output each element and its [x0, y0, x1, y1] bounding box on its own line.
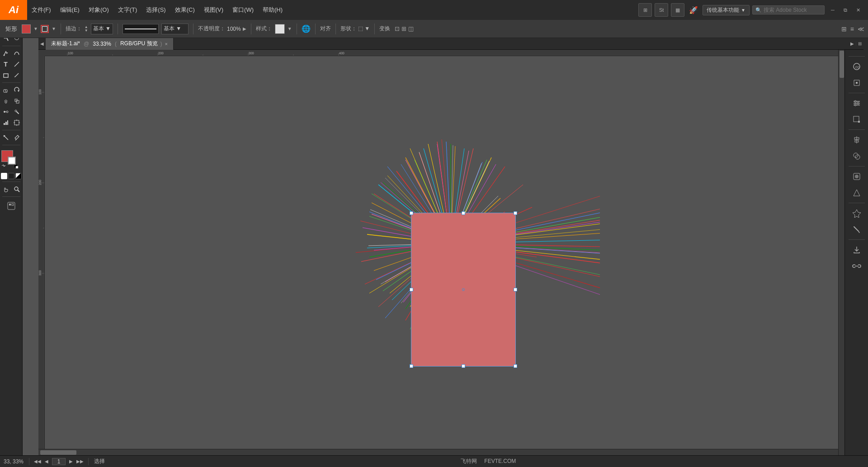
zoom-level[interactable]: 33, 33%: [0, 458, 27, 465]
blend-tool[interactable]: [1, 107, 11, 117]
handle-bottom-right[interactable]: [514, 364, 517, 368]
stroke-color-arrow[interactable]: ▼: [52, 26, 56, 31]
arrange-icon[interactable]: ⊞: [841, 25, 847, 33]
menu-text[interactable]: 文字(T): [113, 0, 142, 20]
column-graph-tool[interactable]: [1, 118, 11, 128]
artboard-tool[interactable]: [12, 118, 22, 128]
symbol-sprayer-tool[interactable]: [12, 107, 22, 117]
first-page-btn[interactable]: ◀◀: [34, 458, 41, 465]
rp-align-icon[interactable]: [849, 133, 864, 147]
menu-window[interactable]: 窗口(W): [228, 0, 258, 20]
gradient-color-btn[interactable]: [15, 173, 22, 179]
menu-select[interactable]: 选择(S): [142, 0, 170, 20]
menu-help[interactable]: 帮助(H): [258, 0, 287, 20]
align-label[interactable]: 对齐: [320, 25, 331, 33]
swap-colors-btn[interactable]: [1, 164, 6, 170]
rp-links-icon[interactable]: [849, 259, 864, 273]
tab-active[interactable]: 未标题-1.ai* @ 33.33% ( RGB/GPU 预览 ) ×: [46, 38, 174, 50]
prev-page-btn[interactable]: ◀: [43, 458, 50, 465]
shape-options-label[interactable]: 形状： ⬚ ▼: [340, 25, 370, 33]
menu-object[interactable]: 对象(O): [84, 0, 113, 20]
style-swatch[interactable]: [275, 24, 285, 34]
transform-icon1[interactable]: ⊡: [395, 25, 400, 32]
libraries-btn[interactable]: [6, 201, 16, 211]
rp-symbols-icon[interactable]: [849, 206, 864, 220]
handle-top-center[interactable]: [462, 211, 465, 215]
slice-tool[interactable]: [1, 133, 11, 143]
rectangle-tool[interactable]: [1, 70, 11, 80]
rp-cc-libraries-icon[interactable]: cc: [849, 59, 864, 74]
fill-color-arrow[interactable]: ▼: [33, 26, 38, 31]
rp-transform-icon[interactable]: [849, 112, 864, 127]
handle-bottom-left[interactable]: [410, 364, 413, 368]
cc-libraries-btn[interactable]: ⊞: [638, 3, 652, 17]
default-colors-btn[interactable]: [14, 164, 19, 170]
handle-top-right[interactable]: [514, 211, 517, 215]
pen-tool[interactable]: [1, 48, 11, 58]
tab-close-button[interactable]: ×: [165, 41, 168, 47]
eyedropper-tool[interactable]: [12, 133, 22, 143]
search-box[interactable]: 🔍: [752, 5, 825, 14]
stock-btn[interactable]: St: [655, 3, 668, 17]
vertical-scroll-thumb[interactable]: [840, 51, 844, 78]
black-color-btn[interactable]: [8, 173, 14, 179]
line-style-preview[interactable]: [123, 24, 159, 34]
vertical-scrollbar[interactable]: [838, 50, 844, 455]
search-input[interactable]: [764, 7, 818, 13]
tab-arrange-icon[interactable]: ⊞: [856, 41, 863, 46]
handle-middle-left[interactable]: [410, 288, 413, 291]
menu-effect[interactable]: 效果(C): [170, 0, 199, 20]
horizontal-scroll-thumb[interactable]: [40, 450, 76, 455]
close-button[interactable]: ✕: [853, 5, 863, 15]
rp-export-icon[interactable]: [849, 243, 864, 257]
menu-edit[interactable]: 编辑(E): [56, 0, 84, 20]
stroke-style-select[interactable]: 基本 ▼: [91, 24, 113, 34]
stroke-color-swatch[interactable]: [41, 25, 49, 33]
type-tool[interactable]: T: [1, 59, 11, 69]
tab-scroll-right[interactable]: ▶: [849, 41, 856, 46]
eraser-tool[interactable]: [1, 85, 11, 95]
rp-graphic-styles-icon[interactable]: [849, 186, 864, 200]
rp-cc2-icon[interactable]: [849, 76, 864, 90]
selected-rectangle[interactable]: [411, 213, 516, 367]
pencil-tool[interactable]: [12, 70, 22, 80]
fill-color-swatch[interactable]: [22, 24, 31, 33]
transform-icon3[interactable]: ◫: [408, 25, 414, 32]
curvature-tool[interactable]: [12, 48, 22, 58]
next-page-btn[interactable]: ▶: [67, 458, 75, 465]
page-number-input[interactable]: [52, 458, 66, 465]
zoom-tool[interactable]: [12, 184, 22, 194]
menu-file[interactable]: 文件(F): [27, 0, 56, 20]
handle-top-left[interactable]: [410, 211, 413, 215]
hand-tool[interactable]: [1, 184, 11, 194]
last-page-btn[interactable]: ▶▶: [76, 458, 84, 465]
stroke-spinner[interactable]: ▲▼: [85, 25, 88, 33]
rotate-tool[interactable]: [12, 85, 22, 95]
transform-icon2[interactable]: ⊞: [401, 25, 406, 32]
handle-bottom-center[interactable]: [462, 364, 465, 368]
rp-pathfinder-icon[interactable]: [849, 149, 864, 163]
toolbar-collapse-icon[interactable]: ≪: [858, 25, 864, 33]
restore-button[interactable]: ⧉: [840, 5, 851, 15]
rp-appearance-icon[interactable]: [849, 169, 864, 184]
handle-middle-right[interactable]: [514, 288, 517, 291]
white-color-btn[interactable]: [1, 173, 7, 179]
tab-scroll-left[interactable]: ◀: [38, 41, 46, 46]
rp-brushes-icon[interactable]: [849, 222, 864, 237]
minimize-button[interactable]: ─: [827, 5, 838, 15]
line-style-select[interactable]: 基本 ▼: [161, 24, 189, 34]
rocket-icon[interactable]: 🚀: [687, 4, 700, 16]
workspace-dropdown[interactable]: 传统基本功能 ▼: [703, 5, 750, 15]
menu-view[interactable]: 视图(V): [199, 0, 228, 20]
line-tool[interactable]: [12, 59, 22, 69]
warp-tool[interactable]: [1, 96, 11, 106]
transform-label[interactable]: 变换: [379, 25, 390, 33]
document-settings-icon[interactable]: 🌐: [302, 24, 311, 33]
scale-tool[interactable]: [12, 96, 22, 106]
horizontal-scrollbar[interactable]: [38, 449, 838, 455]
toolbar-more-icon[interactable]: ≡: [850, 25, 854, 33]
rp-properties-icon[interactable]: [849, 96, 864, 110]
opacity-increase[interactable]: ▶: [243, 26, 246, 31]
style-arrow[interactable]: ▼: [288, 26, 292, 31]
grid-btn[interactable]: ▦: [671, 3, 684, 17]
